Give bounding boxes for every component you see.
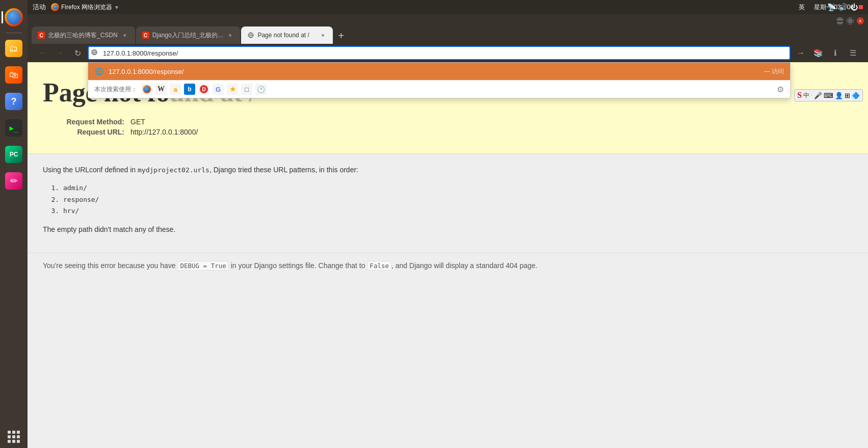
info-button[interactable]: ℹ — [828, 46, 843, 60]
urlconf-intro: Using the URLconf defined in — [43, 166, 138, 174]
taskbar-item-store[interactable]: 🛍 — [2, 63, 26, 87]
minimize-button[interactable]: — — [836, 17, 844, 24]
ime-user-icon[interactable]: 👤 — [835, 92, 843, 99]
taskbar-item-draw[interactable]: ✏ — [2, 169, 26, 193]
debug-notice-post: , and Django will display a standard 404… — [391, 261, 537, 270]
go-button[interactable]: → — [794, 46, 808, 60]
tab-label-django: Django入门总结_北极的... — [152, 31, 223, 40]
taskbar-item-files[interactable]: 🗂 — [2, 36, 26, 61]
tab-csdn[interactable]: C 北极的三哈的博客_CSDN × — [32, 27, 135, 44]
autocomplete-item-visit[interactable]: 🌐 127.0.0.1:8000/response/ — 访问 — [88, 63, 790, 80]
top-menubar: 活动 Firefox 网络浏览器 ▼ 星期一 03：06 — [28, 0, 868, 14]
dot — [8, 431, 11, 434]
tab-favicon-notfound — [247, 32, 254, 39]
ime-keyboard-icon[interactable]: ⌨ — [824, 92, 833, 99]
dot — [8, 440, 11, 443]
tab-label-csdn: 北极的三哈的博客_CSDN — [48, 31, 118, 40]
dot — [17, 435, 20, 438]
dot — [17, 440, 20, 443]
dot — [17, 431, 20, 434]
ime-grid-icon[interactable]: ⊞ — [845, 92, 850, 99]
urlconf-name: mydjproject02.urls — [138, 166, 209, 174]
url-patterns-list: admin/ response/ hrv/ — [63, 183, 853, 217]
tab-notfound[interactable]: Page not found at / × — [241, 27, 333, 44]
sougou-logo: S — [797, 91, 802, 100]
search-bar-row: 本次搜索使用： W a b — [88, 80, 790, 98]
ime-extra-icon[interactable]: 🔷 — [852, 92, 860, 99]
address-globe-icon — [91, 49, 97, 57]
ime-dot: · — [811, 93, 812, 98]
browser-chrome: — □ × C 北极的三哈的博客_CSDN × C Django入门总结_北极的… — [28, 14, 868, 62]
taskbar: 🗂 🛍 ? ▶_ PC ✏ — [0, 0, 28, 448]
search-engine-bookmark[interactable]: ★ — [227, 84, 238, 95]
address-input[interactable] — [88, 46, 791, 60]
debug-notice-pre: You're seeing this error because you hav… — [43, 261, 177, 270]
record-indicator — [859, 5, 863, 9]
search-engine-amazon[interactable]: a — [170, 84, 181, 95]
tray-volume[interactable]: 🔊 — [839, 3, 848, 11]
nav-bar: ← → ↻ 🌐 127.0.0.1:8000/response/ — 访问 — [32, 44, 864, 62]
search-settings-icon[interactable]: ⚙ — [777, 85, 784, 94]
search-engine-history[interactable]: 🕐 — [255, 84, 267, 95]
ime-zh-label: 中 — [803, 91, 809, 100]
tray-power[interactable]: ⏻ — [851, 3, 858, 11]
browser-window: — □ × C 北极的三哈的博客_CSDN × C Django入门总结_北极的… — [28, 14, 868, 448]
taskbar-apps-grid[interactable] — [8, 431, 20, 443]
maximize-button[interactable]: □ — [847, 17, 854, 24]
close-button[interactable]: × — [857, 17, 864, 24]
request-url-label: Request URL: — [43, 128, 124, 136]
tab-close-django[interactable]: × — [226, 31, 234, 39]
taskbar-item-help[interactable]: ? — [2, 89, 26, 114]
search-engine-duckduckgo[interactable]: D — [198, 84, 209, 95]
taskbar-divider-1 — [6, 33, 22, 33]
ime-mic-icon[interactable]: 🎤 — [814, 92, 822, 99]
autocomplete-globe-icon: 🌐 — [94, 67, 103, 76]
back-button[interactable]: ← — [36, 46, 50, 60]
search-label: 本次搜索使用： — [94, 85, 137, 94]
autocomplete-url: 127.0.0.1:8000/response/ — [109, 68, 759, 75]
request-method-value: GET — [130, 118, 145, 126]
address-bar-container: 🌐 127.0.0.1:8000/response/ — 访问 本次搜索使用： — [88, 46, 791, 60]
reload-button[interactable]: ↻ — [70, 46, 85, 60]
taskbar-item-terminal[interactable]: ▶_ — [2, 116, 26, 140]
search-engine-tabs[interactable]: □ — [241, 84, 252, 95]
tab-close-csdn[interactable]: × — [121, 31, 129, 39]
tab-django[interactable]: C Django入门总结_北极的... × — [136, 27, 241, 44]
activities-label[interactable]: 活动 — [33, 3, 46, 12]
debug-notice-mid: in your Django settings file. Change tha… — [229, 261, 367, 270]
autocomplete-dropdown: 🌐 127.0.0.1:8000/response/ — 访问 本次搜索使用： — [88, 62, 791, 98]
search-engine-wikipedia[interactable]: W — [155, 84, 167, 95]
urlconf-text: Using the URLconf defined in mydjproject… — [43, 164, 853, 176]
taskbar-item-firefox[interactable] — [2, 5, 26, 30]
pattern-hrv: hrv/ — [63, 207, 79, 215]
search-engine-google[interactable]: G — [213, 84, 224, 95]
url-patterns-section: Using the URLconf defined in mydjproject… — [28, 154, 868, 253]
search-engine-bing[interactable]: b — [184, 84, 195, 95]
list-item: hrv/ — [63, 206, 853, 217]
menu-button[interactable]: ☰ — [846, 46, 860, 60]
search-engine-firefox[interactable] — [141, 84, 152, 95]
debug-notice: You're seeing this error because you hav… — [28, 253, 868, 278]
new-tab-button[interactable]: + — [334, 29, 348, 43]
dot — [12, 435, 15, 438]
list-item: admin/ — [63, 183, 853, 194]
tray-network[interactable]: 📡 — [827, 3, 836, 11]
taskbar-item-pycharm[interactable]: PC — [2, 142, 26, 167]
empty-path-message: The empty path didn't match any of these… — [43, 224, 853, 235]
request-method-row: Request Method: GET — [43, 118, 848, 126]
tab-label-notfound: Page not found at / — [257, 32, 315, 39]
debug-code1: DEBUG = True — [177, 261, 228, 271]
browser-content: Page not found at / Request Method: GET … — [28, 62, 868, 448]
tab-favicon-django: C — [142, 32, 149, 39]
request-url-row: Request URL: http://127.0.0.1:8000/ — [43, 128, 848, 136]
reader-mode-button[interactable]: 📚 — [811, 46, 825, 60]
request-method-label: Request Method: — [43, 118, 124, 126]
browser-label[interactable]: Firefox 网络浏览器 — [61, 3, 112, 12]
dot — [8, 435, 11, 438]
tab-bar: C 北极的三哈的博客_CSDN × C Django入门总结_北极的... × … — [32, 27, 864, 44]
tab-close-notfound[interactable]: × — [319, 31, 327, 39]
forward-button[interactable]: → — [53, 46, 67, 60]
debug-code2: False — [367, 261, 391, 271]
dot — [12, 440, 15, 443]
list-item: response/ — [63, 195, 853, 205]
